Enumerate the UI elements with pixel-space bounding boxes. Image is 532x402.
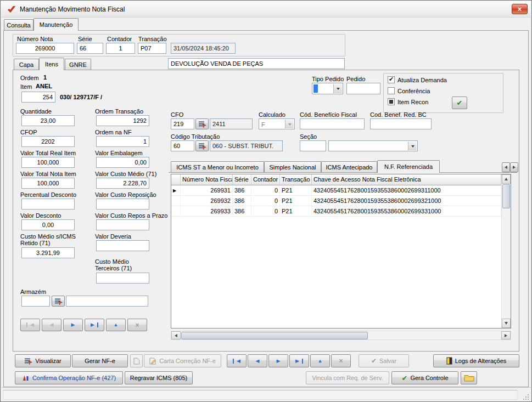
grid-col-serie[interactable]: Série [233, 174, 251, 185]
grid-row[interactable]: 269933 386 0 P21 43240554517628001593553… [171, 206, 501, 217]
confirma-operacao-nfe-label: Confirma Operação NF-e (427) [32, 375, 116, 381]
grid-horizontal-scrollbar[interactable] [171, 331, 511, 340]
item-nav-prev-button[interactable]: ◀ [42, 319, 61, 331]
vertical-scroll-thumb[interactable] [502, 184, 510, 208]
codigo-tributacao-field[interactable]: 60 [171, 140, 194, 151]
visualizar-button[interactable]: Visualizar [15, 354, 71, 367]
item-nav-first-button[interactable]: ◀ [20, 319, 40, 331]
scroll-right-button[interactable] [501, 331, 511, 339]
secao-codigo-field[interactable] [300, 140, 326, 151]
tab-manutencao[interactable]: Manutenção [33, 18, 79, 31]
valor-total-nota-field[interactable]: 100,000 [21, 178, 75, 189]
item-nav-last-button[interactable]: ▶ [85, 319, 104, 331]
valor-custo-medio-field[interactable]: 2.228,70 [96, 178, 149, 189]
cfop-field[interactable]: 2202 [21, 136, 75, 147]
tab-scroll-right-button[interactable] [510, 162, 518, 172]
cod-benef-red-bc-field[interactable] [370, 118, 432, 129]
tab-icms-st-menor[interactable]: ICMS ST a Menor ou Incorreto [171, 161, 264, 172]
carta-correcao-button[interactable]: Carta Correção NF-e [144, 354, 221, 367]
atualiza-demanda-checkbox[interactable]: Atualiza Demanda [388, 76, 447, 83]
gerar-nfe-button[interactable]: Gerar NF-e [72, 354, 128, 367]
calculado-select[interactable]: F [259, 118, 295, 129]
item-nav-next-button[interactable]: ▶ [63, 319, 83, 331]
nota-nav-prev-button[interactable]: ◀ [248, 354, 267, 367]
tab-nf-referenciada[interactable]: N.F. Referenciada [377, 160, 440, 173]
nota-nav-next-button[interactable]: ▶ [268, 354, 288, 367]
ordem-na-nf-field[interactable]: 1 [96, 136, 149, 147]
scroll-left-button[interactable] [171, 331, 181, 339]
arrow-right-icon [513, 166, 517, 169]
grid-row[interactable]: 269932 386 0 P21 43240554517628001593553… [171, 196, 501, 206]
tab-scroll-left-button[interactable] [502, 162, 510, 172]
valor-embalagem-label: Valor Embalagem [95, 150, 143, 156]
valor-embalagem-field[interactable]: 0,00 [96, 157, 149, 168]
ordem-transacao-field[interactable]: 1292 [96, 115, 149, 126]
salvar-button[interactable]: ✔Salvar [359, 354, 409, 367]
item-recon-confirm-button[interactable]: ✔ [452, 97, 467, 109]
custo-medio-terceiros-field[interactable] [96, 273, 149, 284]
grid-col-contador[interactable]: Contador [251, 174, 280, 185]
percentual-desconto-field[interactable] [21, 199, 75, 210]
valor-deveria-field[interactable] [96, 240, 149, 251]
nfe-aux-button[interactable] [130, 354, 143, 367]
gera-controle-button[interactable]: ✔Gera Controle [391, 371, 458, 384]
nota-nav-edit-button[interactable]: ▲ [310, 354, 330, 367]
tab-icms-antecipado[interactable]: ICMS Antecipado [321, 161, 377, 172]
item-nav-cancel-button[interactable]: × [127, 319, 147, 331]
green-check-icon: ✔ [402, 375, 408, 382]
secao-select[interactable] [328, 140, 418, 151]
conferencia-checkbox[interactable]: Conferência [388, 87, 430, 94]
cfo-lookup-button[interactable] [195, 118, 209, 129]
subtab-itens[interactable]: Itens [39, 58, 64, 70]
confirma-operacao-nfe-button[interactable]: Confirma Operação NF-e (427) [15, 371, 123, 384]
vincula-req-serv-button[interactable]: Vincula com Req. de Serv. [306, 371, 389, 384]
logs-alteracoes-button[interactable]: Logs de Alterações [433, 354, 519, 367]
codigo-tributacao-lookup-button[interactable] [195, 140, 209, 151]
custo-medio-sicms-field[interactable]: 3.291,99 [21, 247, 75, 258]
detail-tabs-baseline [169, 172, 517, 173]
subtab-gnre[interactable]: GNRE [65, 59, 91, 70]
item-nav-edit-button[interactable]: ▲ [106, 319, 126, 331]
transacao-field[interactable]: P07 [138, 43, 166, 54]
cfo-field[interactable]: 219 [171, 118, 194, 129]
pedido-field[interactable] [346, 83, 380, 94]
armazem-descricao-field[interactable] [66, 296, 148, 307]
quantidade-field[interactable]: 23,00 [21, 115, 75, 126]
gray-check-icon: ✔ [371, 358, 377, 364]
contador-field[interactable]: 1 [106, 43, 135, 54]
subtab-capa[interactable]: Capa [14, 59, 39, 70]
grid-vertical-scrollbar[interactable] [501, 174, 511, 328]
nota-nav-cancel-button[interactable]: × [331, 354, 351, 367]
cod-beneficio-fiscal-field[interactable] [300, 118, 365, 129]
close-button[interactable]: × [512, 4, 528, 14]
grid-col-transacao[interactable]: Transação [280, 174, 312, 185]
armazem-lookup-button[interactable] [52, 296, 65, 307]
resize-grip-icon[interactable] [523, 394, 529, 400]
scroll-down-button[interactable] [502, 319, 511, 328]
tab-consulta[interactable]: Consulta [4, 19, 33, 30]
nf-referenciada-grid[interactable]: Número Nota Fiscal Série Contador Transa… [171, 174, 511, 329]
tab-simples-nacional[interactable]: Simples Nacional [264, 161, 321, 172]
valor-total-real-field[interactable]: 100,000 [21, 157, 75, 168]
serie-field[interactable]: 66 [77, 43, 103, 54]
cell-transacao: P21 [280, 185, 312, 196]
numero-nota-field[interactable]: 269000 [16, 43, 74, 54]
grid-col-chave[interactable]: Chave de Acesso Nota Fiscal Eletrônica [312, 174, 501, 185]
tipo-pedido-select[interactable] [312, 83, 343, 94]
valor-custo-reposicao-field[interactable] [96, 199, 149, 210]
grid-row[interactable]: ▶ 269931 386 0 P21 432405545176280015935… [171, 185, 501, 196]
regravar-icms-button[interactable]: Regravar ICMS (805) [125, 371, 193, 384]
armazem-codigo-field[interactable] [21, 296, 50, 307]
nota-nav-first-button[interactable]: ◀ [227, 354, 247, 367]
item-codigo-field[interactable]: 254 [21, 92, 55, 103]
horizontal-scroll-thumb[interactable] [181, 332, 368, 339]
scroll-up-button[interactable] [502, 174, 511, 184]
valor-desconto-field[interactable]: 0,00 [21, 219, 75, 230]
abrir-pasta-button[interactable] [461, 371, 477, 384]
item-recon-checkbox[interactable]: Item Recon [388, 98, 428, 105]
grid-col-numero-nota[interactable]: Número Nota Fiscal [181, 174, 233, 185]
nota-nav-last-button[interactable]: ▶ [289, 354, 309, 367]
descricao-nota-field[interactable]: DEVOLUÇÃO VENDA DE PEÇAS [168, 58, 345, 69]
vincula-req-serv-label: Vincula com Req. de Serv. [312, 375, 383, 381]
valor-custo-repos-prazo-field[interactable] [96, 219, 149, 230]
